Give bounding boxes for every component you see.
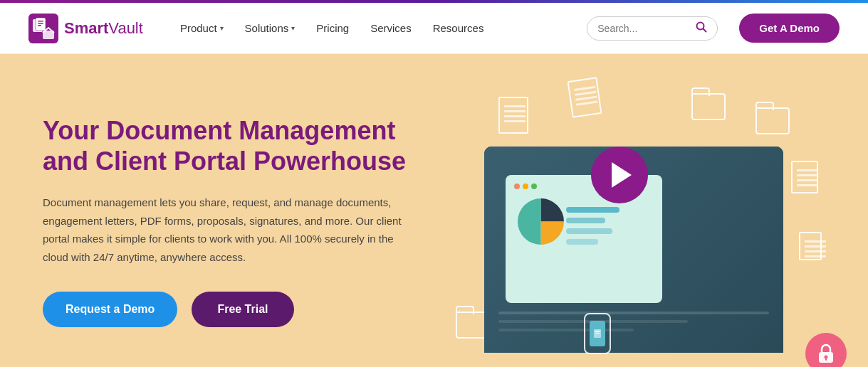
search-icon [696,21,707,33]
svg-rect-10 [595,331,600,332]
nav-services[interactable]: Services [362,16,420,40]
dot-yellow [523,184,528,189]
logo-text: SmartVault [64,19,143,38]
search-container [587,16,718,41]
nav-product-label: Product [180,22,217,34]
nav-pricing-label: Pricing [316,22,349,34]
pie-chart [514,195,568,248]
bar-line-4 [566,239,598,245]
floating-folder-1 [691,93,726,120]
logo-icon [28,14,58,43]
screen-lines [498,312,769,331]
floating-folder-2 [755,107,790,134]
hero-buttons: Request a Demo Free Trial [43,292,441,327]
bar-line-1 [566,207,619,213]
hero-title: Your Document Management and Client Port… [43,115,441,176]
hero-left: Your Document Management and Client Port… [43,115,441,363]
svg-rect-3 [38,21,43,22]
nav-pricing[interactable]: Pricing [308,16,357,40]
search-button[interactable] [696,21,707,36]
phone-screen [590,321,605,346]
svg-rect-5 [38,25,41,26]
svg-rect-11 [595,333,600,334]
svg-line-8 [704,28,706,31]
svg-rect-4 [38,23,43,24]
hero-section: Your Document Management and Client Port… [0,54,868,367]
play-triangle-icon [612,162,632,188]
hero-right [441,90,825,367]
play-button[interactable] [591,147,648,203]
lock-icon [817,343,835,364]
request-demo-button[interactable]: Request a Demo [43,292,177,327]
chevron-down-icon: ▾ [220,24,224,32]
search-input[interactable] [597,23,690,34]
nav-services-label: Services [370,22,412,34]
nav-links: Product ▾ Solutions ▾ Pricing Services R… [172,16,565,40]
logo[interactable]: SmartVault [28,14,143,43]
chevron-down-icon: ▾ [291,24,295,32]
nav-resources[interactable]: Resources [424,16,493,40]
floating-doc-2 [568,77,602,117]
hero-description: Document management lets you share, requ… [43,193,413,266]
nav-solutions-label: Solutions [245,22,289,34]
dot-green [531,184,537,189]
svg-rect-2 [36,18,46,31]
dot-red [514,184,520,189]
navbar: SmartVault Product ▾ Solutions ▾ Pricing… [0,3,868,54]
phone-screen-icon [592,326,602,341]
free-trial-button[interactable]: Free Trial [192,292,293,327]
bar-line-3 [566,228,612,234]
svg-rect-14 [825,358,827,361]
phone-icon [584,313,611,354]
nav-product[interactable]: Product ▾ [172,16,232,40]
get-demo-button[interactable]: Get A Demo [739,14,840,43]
nav-resources-label: Resources [433,22,484,34]
bar-lines [566,207,619,245]
nav-solutions[interactable]: Solutions ▾ [236,16,304,40]
lock-icon-circle [805,333,847,367]
bar-line-2 [566,218,605,223]
floating-doc-1 [498,97,528,134]
